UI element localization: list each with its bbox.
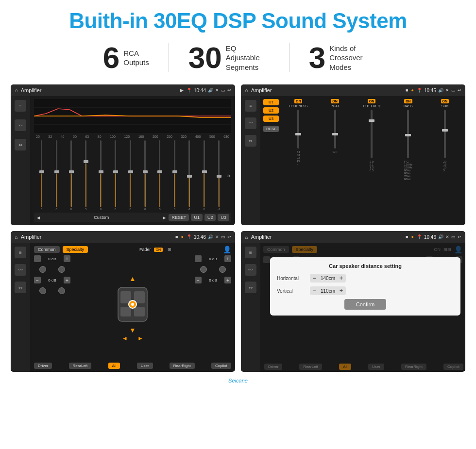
- eq-slider-1[interactable]: 0: [35, 140, 48, 211]
- eq-next-icon[interactable]: ►: [162, 215, 167, 220]
- dialog-horizontal-value: 140cm: [318, 276, 338, 281]
- speaker-icon-fr: [58, 266, 65, 273]
- eq-home-icon[interactable]: ⌂: [15, 87, 18, 93]
- stat-eq-number: 30: [188, 43, 222, 73]
- fader-tab-common[interactable]: Common: [34, 246, 60, 253]
- amp-bass-on[interactable]: ON: [404, 99, 412, 103]
- fader-sidebar-eq-icon[interactable]: ≡: [15, 247, 26, 258]
- fader-rearright-btn[interactable]: RearRight: [170, 363, 195, 369]
- dialog-vertical-minus[interactable]: −: [313, 287, 316, 294]
- amp-cutfreq-fader[interactable]: [371, 110, 373, 158]
- amp-sidebar-wave-icon[interactable]: 〰: [245, 117, 256, 129]
- dist-home-icon[interactable]: ⌂: [245, 234, 248, 240]
- confirm-button[interactable]: Confirm: [344, 299, 387, 310]
- eq-graph: [34, 99, 231, 133]
- amp-loudness-fader[interactable]: [297, 110, 299, 149]
- amp-phat-on[interactable]: ON: [331, 99, 339, 103]
- eq-reset-btn[interactable]: RESET: [169, 214, 189, 221]
- fader-body: − 0 dB + − 0 dB +: [34, 255, 231, 361]
- amp-vol-icon: 🔊: [438, 88, 443, 93]
- dist-sidebar-arrow-icon[interactable]: ⇔: [245, 282, 256, 293]
- fader-up-arrow[interactable]: ▲: [129, 275, 136, 283]
- fader-left-arrow[interactable]: ◄: [122, 335, 128, 342]
- dialog-horizontal-plus[interactable]: +: [340, 275, 343, 282]
- fader-top-bar: Common Specialty Fader ON ⊞ 👤: [34, 246, 231, 253]
- dist-topbar-icons: 📍 10:46 🔊 ✕ ▭ ↩: [417, 234, 461, 240]
- fader-screen: ⌂ Amplifier ■ ● 📍 10:46 🔊 ✕ ▭ ↩ ≡ 〰 ⇔ Co…: [11, 231, 235, 372]
- eq-slider-13[interactable]: -1: [212, 140, 225, 211]
- dialog-horizontal-minus[interactable]: −: [313, 275, 316, 282]
- fader-db-plus-4[interactable]: +: [224, 277, 231, 283]
- eq-screen: ⌂ Amplifier ▶ 📍 10:44 🔊 ✕ ▭ ↩ ≡ 〰 ⇔: [11, 84, 235, 225]
- fader-db-minus-2[interactable]: −: [34, 277, 41, 283]
- fader-sidebar-wave-icon[interactable]: 〰: [15, 264, 26, 276]
- eq-slider-10[interactable]: 0: [168, 140, 181, 211]
- dist-position-row: Driver RearLeft All User RearRight Copil…: [264, 364, 463, 370]
- fader-all-btn[interactable]: All: [108, 363, 120, 369]
- dist-sidebar-eq-icon[interactable]: ≡: [245, 247, 256, 258]
- amp-sub-on[interactable]: ON: [441, 99, 449, 103]
- amp-phat-label: PHAT: [331, 104, 340, 108]
- amp-cutfreq-on[interactable]: ON: [368, 99, 376, 103]
- amp-u2-btn[interactable]: U2: [263, 107, 279, 114]
- eq-gps-icon: 📍: [187, 88, 192, 93]
- fader-diagram: [111, 283, 154, 326]
- screens-grid: ⌂ Amplifier ▶ 📍 10:44 🔊 ✕ ▭ ↩ ≡ 〰 ⇔: [0, 82, 476, 377]
- eq-u3-btn[interactable]: U3: [218, 214, 229, 221]
- amp-sidebar-eq-icon[interactable]: ≡: [245, 100, 256, 112]
- fader-db-minus-3[interactable]: −: [195, 255, 202, 262]
- dist-user-btn: User: [368, 364, 384, 370]
- fader-copilot-btn[interactable]: Copilot: [211, 363, 231, 369]
- amp-x-icon: ✕: [445, 88, 449, 93]
- amp-phat-fader[interactable]: [334, 110, 336, 149]
- dist-sidebar-wave-icon[interactable]: 〰: [245, 264, 256, 276]
- amp-sidebar-arrow-icon[interactable]: ⇔: [245, 135, 256, 147]
- eq-sidebar-eq-icon[interactable]: ≡: [15, 100, 26, 112]
- amp-u3-btn[interactable]: U3: [263, 116, 279, 122]
- eq-prev-icon[interactable]: ◄: [36, 215, 41, 220]
- amp-u1-btn[interactable]: U1: [263, 99, 279, 105]
- eq-preset-label: Custom: [43, 215, 160, 220]
- fader-driver-btn[interactable]: Driver: [34, 363, 52, 369]
- fader-dot-icon: ●: [181, 234, 184, 239]
- eq-slider-7[interactable]: 0: [123, 140, 136, 211]
- dialog-horizontal-label: Horizontal: [277, 276, 306, 281]
- dialog-vertical-value: 110cm: [318, 288, 338, 294]
- eq-slider-2[interactable]: 0: [50, 140, 63, 211]
- amp-bass-fader[interactable]: [407, 110, 409, 158]
- amp-title: Amplifier: [251, 87, 403, 93]
- dialog-vertical-plus[interactable]: +: [340, 287, 343, 294]
- fader-db-plus-2[interactable]: +: [64, 277, 70, 283]
- amp-reset-btn[interactable]: RESET: [263, 126, 279, 132]
- amp-home-icon[interactable]: ⌂: [245, 87, 248, 93]
- amp-loudness-on[interactable]: ON: [294, 99, 303, 103]
- fader-db-plus-3[interactable]: +: [224, 255, 231, 262]
- fader-db-minus-1[interactable]: −: [34, 255, 41, 262]
- fader-sidebar-arrow-icon[interactable]: ⇔: [15, 282, 26, 293]
- eq-u2-btn[interactable]: U2: [204, 214, 216, 221]
- fader-home-icon[interactable]: ⌂: [15, 234, 18, 240]
- eq-slider-4[interactable]: 5: [79, 140, 92, 211]
- eq-slider-5[interactable]: 0: [94, 140, 107, 211]
- fader-right-arrow[interactable]: ►: [137, 335, 143, 342]
- fader-db-minus-4[interactable]: −: [195, 277, 202, 283]
- fader-tab-specialty[interactable]: Specialty: [63, 246, 88, 253]
- eq-u1-btn[interactable]: U1: [191, 214, 203, 221]
- amp-sub-fader[interactable]: [444, 110, 446, 158]
- dist-bg-tab-specialty: Specialty: [292, 246, 318, 253]
- speaker-icon-rr: [58, 287, 65, 294]
- fader-user-btn[interactable]: User: [137, 363, 153, 369]
- eq-slider-12[interactable]: 0: [197, 140, 210, 211]
- amp-back-icon: ↩: [458, 88, 461, 93]
- eq-sidebar-arrow-icon[interactable]: ⇔: [15, 139, 26, 150]
- fader-rearleft-btn[interactable]: RearLeft: [69, 363, 92, 369]
- eq-slider-11[interactable]: -1: [183, 140, 196, 211]
- eq-sidebar-wave-icon[interactable]: 〰: [15, 119, 26, 131]
- eq-slider-9[interactable]: 0: [153, 140, 166, 211]
- eq-slider-6[interactable]: 0: [109, 140, 122, 211]
- dist-x-icon: ✕: [445, 234, 449, 239]
- fader-down-arrow[interactable]: ▼: [129, 326, 136, 334]
- eq-slider-3[interactable]: 0: [65, 140, 78, 211]
- fader-db-plus-1[interactable]: +: [64, 255, 70, 262]
- eq-slider-8[interactable]: 0: [138, 140, 152, 211]
